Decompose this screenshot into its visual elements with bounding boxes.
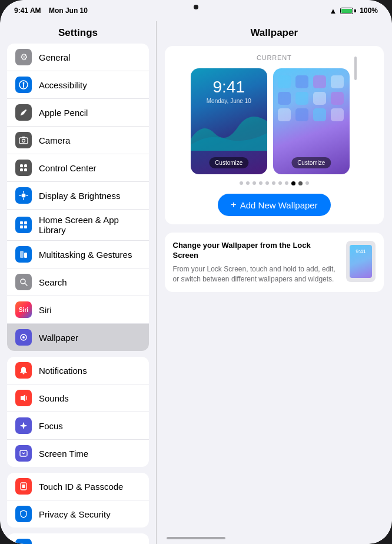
control-center-label: Control Center [39, 163, 141, 173]
svg-point-4 [22, 140, 25, 142]
hs-icon-9 [278, 108, 291, 121]
touch-id-label: Touch ID & Passcode [39, 482, 141, 492]
phone-time: 9:41 [356, 248, 366, 254]
date-display: Mon Jun 10 [49, 6, 88, 15]
wave-decoration [191, 104, 267, 151]
lock-screen-customize-btn[interactable]: Customize [209, 157, 248, 168]
hs-icon-7 [313, 92, 326, 105]
svg-rect-8 [24, 168, 27, 171]
home-screen-label: Home Screen & App Library [39, 215, 141, 235]
info-description: From your Lock Screen, touch and hold to… [173, 264, 338, 284]
dot-4 [259, 181, 263, 185]
display-icon [15, 187, 32, 204]
scroll-indicator [354, 57, 357, 80]
svg-line-21 [25, 283, 27, 286]
add-wallpaper-plus-icon: + [231, 199, 237, 211]
svg-point-9 [22, 194, 26, 198]
sidebar-scroll[interactable]: ⚙ General Accessibility Apple Pencil [0, 44, 156, 544]
add-wallpaper-button[interactable]: + Add New Wallpaper [218, 194, 331, 216]
dot-1 [240, 181, 243, 185]
notifications-label: Notifications [39, 366, 141, 376]
app-store-icon: A [15, 539, 32, 544]
phone-thumbnail: 9:41 [346, 241, 376, 282]
sidebar-item-accessibility[interactable]: Accessibility [7, 71, 149, 99]
sidebar-item-camera[interactable]: Camera [7, 127, 149, 154]
sidebar-item-app-store[interactable]: A App Store [7, 533, 149, 544]
home-screen-icon [15, 217, 32, 233]
info-text-block: Change your Wallpaper from the Lock Scre… [173, 241, 338, 284]
privacy-icon [15, 506, 32, 522]
svg-rect-5 [20, 164, 23, 167]
screen-time-icon [15, 445, 32, 462]
sidebar-item-focus[interactable]: Focus [7, 412, 149, 440]
home-screen-icons [278, 75, 345, 121]
battery-percent: 100% [360, 6, 378, 15]
sidebar-item-search[interactable]: Search [7, 268, 149, 296]
sounds-label: Sounds [39, 393, 141, 403]
dot-9 [291, 181, 295, 185]
general-icon: ⚙ [15, 49, 32, 65]
svg-rect-15 [24, 221, 27, 224]
privacy-label: Privacy & Security [39, 509, 141, 519]
general-label: General [39, 52, 141, 62]
hs-icon-5 [278, 92, 291, 105]
sidebar-item-siri[interactable]: Siri Siri [7, 296, 149, 324]
wallpaper-preview-container: 9:41 Monday, June 10 Customize [173, 68, 376, 174]
sidebar-item-multitasking[interactable]: Multitasking & Gestures [7, 241, 149, 268]
sidebar-item-wallpaper[interactable]: Wallpaper [7, 324, 149, 351]
info-title: Change your Wallpaper from the Lock Scre… [173, 241, 338, 261]
svg-rect-6 [24, 164, 27, 167]
sidebar-item-general[interactable]: ⚙ General [7, 44, 149, 71]
svg-rect-18 [20, 251, 24, 258]
hs-icon-3 [313, 75, 326, 88]
sidebar-item-control-center[interactable]: Control Center [7, 154, 149, 182]
svg-rect-19 [24, 253, 27, 258]
accessibility-icon [15, 77, 32, 93]
sidebar-item-touch-id[interactable]: Touch ID & Passcode [7, 473, 149, 500]
hs-icon-6 [295, 92, 308, 105]
sidebar-item-home-screen[interactable]: Home Screen & App Library [7, 210, 149, 241]
settings-group-1: ⚙ General Accessibility Apple Pencil [7, 44, 149, 351]
sidebar-item-screen-time[interactable]: Screen Time [7, 440, 149, 467]
add-wallpaper-label: Add New Wallpaper [240, 200, 318, 210]
focus-icon [15, 417, 32, 434]
siri-label: Siri [39, 305, 141, 315]
dot-6 [272, 181, 275, 185]
current-label: CURRENT [173, 54, 376, 61]
sidebar-item-privacy[interactable]: Privacy & Security [7, 500, 149, 528]
home-screen-customize-btn[interactable]: Customize [291, 157, 331, 168]
svg-rect-24 [23, 373, 25, 374]
svg-rect-28 [22, 485, 25, 488]
page-dots [173, 181, 376, 185]
dot-11 [305, 181, 309, 185]
hs-icon-4 [331, 75, 344, 88]
hs-icon-1 [278, 75, 291, 88]
screen-time-label: Screen Time [39, 449, 141, 459]
hs-icon-11 [313, 108, 326, 121]
svg-rect-17 [24, 225, 27, 228]
hs-icon-2 [295, 75, 308, 88]
svg-rect-7 [20, 168, 23, 171]
app-store-label: App Store [39, 542, 141, 545]
battery-indicator [340, 8, 356, 14]
dot-3 [253, 181, 256, 185]
hs-icon-8 [331, 92, 344, 105]
main-layout: Settings ⚙ General Accessibility [0, 21, 392, 544]
sidebar-item-apple-pencil[interactable]: Apple Pencil [7, 99, 149, 127]
wallpaper-previews-section: CURRENT 9:41 Monday, June 10 Customize [165, 46, 384, 224]
home-indicator [167, 537, 225, 539]
sounds-icon [15, 390, 32, 406]
lock-screen-preview[interactable]: 9:41 Monday, June 10 Customize [191, 68, 267, 174]
search-icon [15, 274, 32, 290]
camera-icon [15, 132, 32, 148]
status-indicators: ▲ 100% [329, 6, 378, 15]
home-screen-preview[interactable]: Customize [273, 68, 350, 174]
display-label: Display & Brightness [39, 191, 141, 201]
status-bar: 9:41 AM Mon Jun 10 ▲ 100% [0, 0, 392, 21]
battery-body [340, 8, 353, 14]
sidebar-item-sounds[interactable]: Sounds [7, 384, 149, 412]
settings-group-2: Notifications Sounds Focus [7, 357, 149, 467]
sidebar-item-display[interactable]: Display & Brightness [7, 182, 149, 210]
sidebar-item-notifications[interactable]: Notifications [7, 357, 149, 384]
dot-7 [278, 181, 282, 185]
